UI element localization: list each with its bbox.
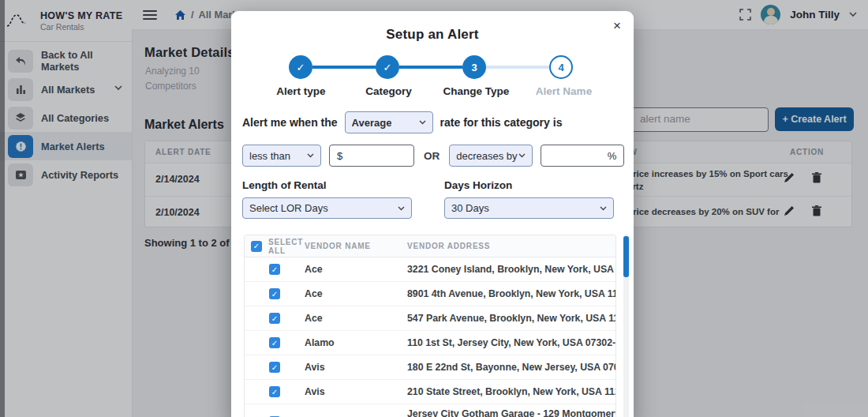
lor-label: Length of Rental — [242, 179, 444, 191]
vendor-table: ✓ SELECT ALL VENDOR NAME VENDOR ADDRESS … — [244, 235, 616, 417]
vendor-name: Avis — [305, 386, 407, 397]
vendor-address: 110 1st St, Jersey City, New York, USA 0… — [407, 337, 616, 348]
vendor-table-scrollbar[interactable] — [623, 235, 629, 417]
vendor-row: ✓ Avis 180 E 22nd St, Bayonne, New Jerse… — [245, 355, 615, 380]
setup-alert-modal: × Setup an Alert ✓ ✓ 3 4 Alert type Cate… — [231, 11, 634, 417]
vendor-name: Avis — [305, 362, 407, 373]
vendor-row: ✓ Avis 210 State Street, Brooklyn, New Y… — [245, 380, 615, 404]
step-circle-change-type: 3 — [462, 55, 486, 79]
step-connector — [312, 66, 376, 69]
horizon-select[interactable]: 30 Days — [444, 197, 614, 219]
vendor-address: 180 E 22nd St, Bayonne, New Jersey, USA … — [407, 362, 616, 373]
vendor-name: Alamo — [305, 337, 407, 348]
or-label: OR — [424, 150, 440, 162]
vendor-address: 547 Park Avenue, Brooklyn, New York, USA… — [407, 313, 616, 324]
vendor-checkbox[interactable]: ✓ — [269, 337, 280, 348]
step-circle-alert-type: ✓ — [289, 55, 312, 79]
metric-select[interactable]: Average — [345, 111, 433, 133]
vendor-checkbox[interactable]: ✓ — [269, 288, 280, 299]
vendor-name: Ace — [305, 313, 407, 324]
vendor-address: Jersey City Gotham Garage - 129 Montgome… — [407, 404, 616, 417]
vendor-name: Ace — [305, 288, 407, 299]
percent-input[interactable]: % — [541, 145, 624, 167]
vendor-address: 8901 4th Avenue, Brooklyn, New York, USA… — [407, 288, 616, 299]
vendor-address: 3221 Coney Island, Brooklyn, New York, U… — [407, 264, 616, 275]
window-edge — [0, 0, 5, 417]
modal-title: Setup an Alert — [231, 27, 634, 43]
vendor-row: ✓ Ace 8901 4th Avenue, Brooklyn, New Yor… — [245, 282, 615, 306]
step-label-category: Category — [345, 85, 432, 97]
step-label-change-type: Change Type — [432, 85, 520, 97]
vendor-row: ✓ Alamo 110 1st St, Jersey City, New Yor… — [245, 331, 615, 355]
select-all-label: SELECT ALL — [268, 238, 305, 255]
close-icon[interactable]: × — [613, 19, 621, 32]
step-label-alert-name: Alert Name — [520, 85, 608, 97]
sentence-prefix: Alert me when the — [242, 116, 338, 129]
vendor-checkbox[interactable]: ✓ — [269, 313, 280, 324]
sentence-suffix: rate for this category is — [440, 116, 563, 129]
step-connector — [399, 66, 462, 69]
operator-select[interactable]: less than — [242, 145, 321, 167]
column-header-vendor-address: VENDOR ADDRESS — [407, 242, 615, 250]
horizon-label: Days Horizon — [444, 179, 512, 191]
scrollbar-thumb[interactable] — [623, 236, 629, 277]
stepper: ✓ ✓ 3 4 — [289, 55, 600, 79]
select-all-checkbox[interactable]: ✓ — [251, 241, 262, 252]
step-label-alert-type: Alert type — [257, 85, 345, 97]
lor-select[interactable]: Select LOR Days — [242, 197, 412, 219]
vendor-row: ✓ Ace 3221 Coney Island, Brooklyn, New Y… — [245, 257, 615, 282]
vendor-address: 210 State Street, Brooklyn, New York, US… — [407, 386, 616, 397]
vendor-checkbox[interactable]: ✓ — [269, 386, 280, 397]
vendor-row: ✓ Jersey City Gotham Garage - 129 Montgo… — [245, 404, 615, 417]
vendor-checkbox[interactable]: ✓ — [269, 264, 280, 275]
step-circle-category: ✓ — [376, 55, 399, 79]
step-circle-alert-name: 4 — [549, 55, 573, 79]
vendor-name: Ace — [305, 264, 407, 275]
amount-input[interactable]: $ — [329, 145, 414, 167]
step-connector — [486, 66, 549, 69]
change-direction-select[interactable]: decreases by — [449, 145, 533, 167]
vendor-checkbox[interactable]: ✓ — [269, 362, 280, 373]
column-header-vendor-name: VENDOR NAME — [305, 242, 407, 250]
vendor-row: ✓ Ace 547 Park Avenue, Brooklyn, New Yor… — [245, 306, 615, 331]
